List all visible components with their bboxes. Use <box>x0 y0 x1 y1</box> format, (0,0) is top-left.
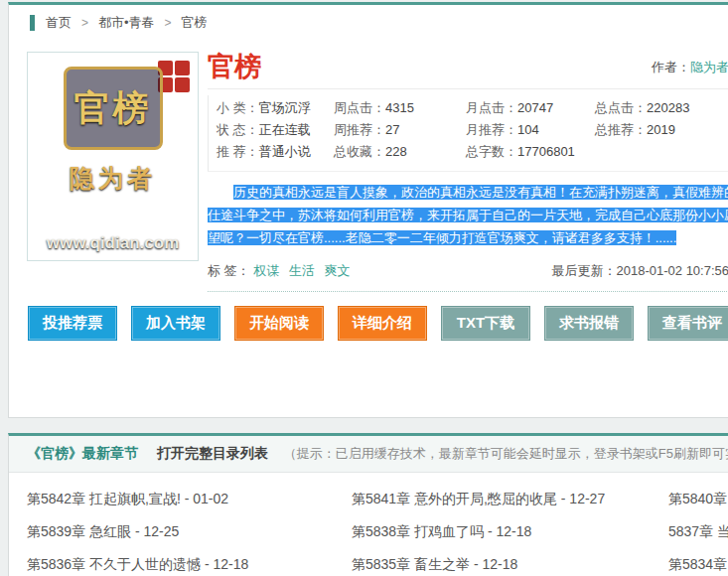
chapter-link[interactable]: 第5838章 打鸡血了吗 - 12-18 <box>352 515 668 548</box>
book-description: 历史的真相永远是盲人摸象，政治的真相永远是没有真相！在充满扑朔迷离，真假难辨的仕… <box>208 181 728 249</box>
stat-week-recommend: 周推荐：27 <box>334 119 466 141</box>
chapter-link[interactable]: 第5835章 畜生之举 - 12-18 <box>352 548 668 576</box>
tag-link[interactable]: 生活 <box>289 263 315 278</box>
chapter-list: 第5842章 扛起旗帜,宣战! - 01-02 第5841章 意外的开局,憋屈的… <box>9 473 728 576</box>
full-toc-link[interactable]: 打开完整目录列表 <box>157 445 268 461</box>
stat-subcategory: 小 类：官场沉浮 <box>217 97 334 119</box>
latest-chapters-panel: 《官榜》最新章节 打开完整目录列表 （提示：已启用缓存技术，最新章节可能会延时显… <box>8 433 728 576</box>
stat-total-clicks: 总点击：220283 <box>595 97 728 119</box>
latest-chapters-header: 《官榜》最新章节 打开完整目录列表 （提示：已启用缓存技术，最新章节可能会延时显… <box>9 436 728 473</box>
cover-author-text: 隐为者 <box>30 162 196 195</box>
breadcrumb-marker-icon <box>30 15 35 31</box>
title-row: 官榜 作者：隐为者 <box>208 52 728 89</box>
tag-link[interactable]: 权谋 <box>253 263 279 278</box>
add-bookshelf-button[interactable]: 加入书架 <box>131 306 220 341</box>
stat-week-clicks: 周点击：4315 <box>334 97 466 119</box>
section-title: 《官榜》最新章节 <box>27 445 138 461</box>
breadcrumb-category-link[interactable]: 都市•青春 <box>98 14 155 32</box>
stat-month-recommend: 月推荐：104 <box>466 119 595 141</box>
chapter-link[interactable]: 第5842章 扛起旗帜,宣战! - 01-02 <box>27 483 352 515</box>
details-button[interactable]: 详细介绍 <box>338 306 427 341</box>
book-info: 官榜 作者：隐为者 小 类：官场沉浮 周点击：4315 月点击：20747 总点… <box>208 52 728 292</box>
breadcrumb-separator: > <box>165 16 172 30</box>
report-error-button[interactable]: 求书报错 <box>544 306 634 341</box>
cover-site-url: www.qidian.com <box>30 233 196 253</box>
book-cover[interactable]: 官榜 隐为者 www.qidian.com <box>27 52 199 261</box>
book-panel: 首页 > 都市•青春 > 官榜 官榜 隐为者 www.qidian.com 官 <box>8 2 728 418</box>
vote-recommend-button[interactable]: 投推荐票 <box>28 306 117 341</box>
breadcrumb-separator: > <box>81 16 88 30</box>
view-reviews-button[interactable]: 查看书评 <box>648 306 728 341</box>
stat-total-recommend: 总推荐：2019 <box>595 119 728 141</box>
last-updated-label: 最后更新： <box>552 263 617 278</box>
stat-grade: 推 荐：普通小说 <box>217 141 334 163</box>
tags-label: 标 签： <box>208 263 250 278</box>
book-stats: 小 类：官场沉浮 周点击：4315 月点击：20747 总点击：220283 状… <box>208 95 728 172</box>
txt-download-button[interactable]: TXT下载 <box>441 306 530 341</box>
author-line: 作者：隐为者 <box>652 59 728 76</box>
stat-total-words: 总字数：17706801 <box>466 141 595 163</box>
author-link[interactable]: 隐为者 <box>690 60 728 74</box>
chapter-link[interactable]: 第5840章 <box>668 483 728 515</box>
stat-status: 状 态：正在连载 <box>217 119 334 141</box>
page-container: 首页 > 都市•青春 > 官榜 官榜 隐为者 www.qidian.com 官 <box>8 2 728 576</box>
tag-link[interactable]: 爽文 <box>325 263 351 278</box>
tags-row: 标 签： 权谋 生活 爽文 最后更新：2018-01-02 10:7:56 <box>208 262 728 292</box>
selected-description-text: 历史的真相永远是盲人摸象，政治的真相永远是没有真相！在充满扑朔迷离，真假难辨的仕… <box>208 185 728 245</box>
breadcrumb-current: 官榜 <box>182 14 208 32</box>
book-detail: 官榜 隐为者 www.qidian.com 官榜 作者：隐为者 小 类：官场沉浮… <box>9 37 728 292</box>
stat-total-favorites: 总收藏：228 <box>334 141 466 163</box>
cache-hint-text: （提示：已启用缓存技术，最新章节可能会延时显示，登录书架或F5刷新即可实时查看。 <box>284 446 728 461</box>
stat-month-clicks: 月点击：20747 <box>466 97 595 119</box>
breadcrumb-home-link[interactable]: 首页 <box>46 14 72 32</box>
cover-title-text: 官榜 <box>64 67 163 150</box>
tags-group: 标 签： 权谋 生活 爽文 <box>208 262 357 280</box>
action-buttons: 投推荐票 加入书架 开始阅读 详细介绍 TXT下载 求书报错 查看书评 <box>9 292 728 341</box>
last-updated-value: 2018-01-02 10:7:56 <box>617 263 728 278</box>
chapter-link[interactable]: 第5841章 意外的开局,憋屈的收尾 - 12-27 <box>352 483 668 515</box>
chapter-link[interactable]: 第5834章 <box>668 548 728 576</box>
author-label: 作者： <box>652 60 690 74</box>
chapter-link[interactable]: 第5836章 不久于人世的遗憾 - 12-18 <box>27 548 352 576</box>
chapter-link[interactable]: 5837章 当 <box>668 515 728 548</box>
chapter-link[interactable]: 第5839章 急红眼 - 12-25 <box>27 515 352 548</box>
breadcrumb: 首页 > 都市•青春 > 官榜 <box>9 5 728 37</box>
page-title: 官榜 <box>208 54 261 80</box>
start-reading-button[interactable]: 开始阅读 <box>234 306 324 341</box>
last-updated: 最后更新：2018-01-02 10:7:56 <box>552 262 728 280</box>
book-cover-art: 官榜 隐为者 www.qidian.com <box>30 55 196 258</box>
